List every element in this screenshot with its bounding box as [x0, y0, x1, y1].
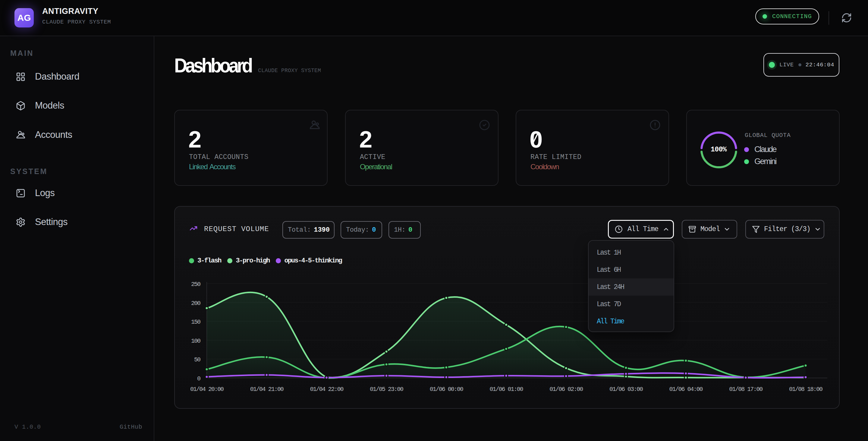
svg-text:01/08 18:00: 01/08 18:00 — [789, 386, 823, 393]
svg-text:01/05 23:00: 01/05 23:00 — [370, 386, 403, 393]
svg-text:01/06 04:00: 01/06 04:00 — [670, 386, 703, 393]
svg-text:01/08 17:00: 01/08 17:00 — [729, 386, 763, 393]
svg-text:01/06 01:00: 01/06 01:00 — [490, 386, 523, 393]
svg-text:0: 0 — [197, 375, 200, 382]
svg-text:100: 100 — [191, 337, 200, 345]
svg-text:01/06 03:00: 01/06 03:00 — [610, 386, 643, 393]
svg-text:01/04 20:00: 01/04 20:00 — [190, 386, 224, 393]
svg-text:250: 250 — [191, 281, 200, 288]
svg-text:01/06 00:00: 01/06 00:00 — [430, 386, 463, 393]
svg-text:200: 200 — [191, 300, 200, 307]
svg-text:01/04 21:00: 01/04 21:00 — [250, 386, 284, 393]
svg-text:01/06 02:00: 01/06 02:00 — [550, 386, 583, 393]
svg-text:50: 50 — [194, 356, 200, 363]
svg-text:01/04 22:00: 01/04 22:00 — [310, 386, 343, 393]
svg-text:150: 150 — [191, 319, 200, 325]
